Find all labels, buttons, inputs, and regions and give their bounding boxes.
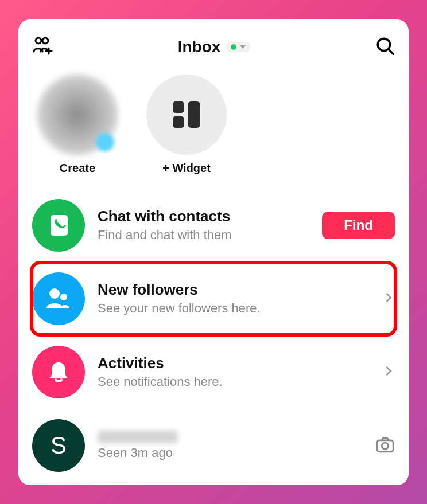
activities-title: Activities <box>98 354 370 372</box>
activities-item[interactable]: Activities See notifications here. <box>29 335 398 409</box>
chevron-right-icon <box>382 291 395 306</box>
story-row: Create + Widget <box>29 70 398 189</box>
widget-circle <box>146 75 227 155</box>
widget-label: + Widget <box>162 162 211 175</box>
followers-title: New followers <box>98 281 370 299</box>
chat-seen-label: Seen 3m ago <box>98 446 363 460</box>
chat-name-redacted <box>98 431 178 443</box>
followers-subtitle: See your new followers here. <box>98 301 370 316</box>
chat-with-contacts-item[interactable]: Chat with contacts Find and chat with th… <box>29 189 398 262</box>
activities-icon <box>32 346 85 398</box>
search-button[interactable] <box>375 36 395 58</box>
svg-line-5 <box>389 49 394 54</box>
top-bar: Inbox <box>29 31 398 70</box>
new-followers-item[interactable]: New followers See your new followers her… <box>29 262 398 335</box>
contacts-title: Chat with contacts <box>98 208 309 225</box>
followers-icon <box>32 272 85 325</box>
inbox-title-group[interactable]: Inbox <box>178 38 251 56</box>
create-story-button[interactable]: Create <box>34 75 121 175</box>
status-dropdown[interactable] <box>226 42 250 52</box>
search-icon <box>375 36 395 56</box>
contacts-icon <box>32 199 85 252</box>
inbox-screen: Inbox Create <box>18 19 409 485</box>
add-friend-icon <box>32 36 53 56</box>
inbox-list: Chat with contacts Find and chat with th… <box>29 189 398 482</box>
svg-point-7 <box>49 288 60 299</box>
chat-item[interactable]: S Seen 3m ago <box>29 409 398 482</box>
find-button[interactable]: Find <box>322 212 395 239</box>
svg-point-8 <box>60 294 67 300</box>
chat-avatar: S <box>32 419 85 472</box>
chevron-right-icon <box>382 365 395 380</box>
camera-icon <box>375 435 395 454</box>
create-label: Create <box>60 162 95 175</box>
page-title: Inbox <box>178 38 221 56</box>
activities-subtitle: See notifications here. <box>98 374 370 389</box>
create-plus-badge-icon <box>96 133 114 151</box>
widget-icon <box>173 101 200 128</box>
svg-point-1 <box>42 38 48 44</box>
chevron-down-icon <box>240 45 246 49</box>
contacts-subtitle: Find and chat with them <box>98 228 309 243</box>
online-dot-icon <box>231 44 236 50</box>
svg-point-10 <box>382 443 388 449</box>
add-widget-button[interactable]: + Widget <box>143 75 230 175</box>
svg-point-0 <box>36 38 41 44</box>
add-friend-button[interactable] <box>32 36 53 58</box>
avatar-letter: S <box>51 432 67 459</box>
camera-button[interactable] <box>375 435 395 456</box>
